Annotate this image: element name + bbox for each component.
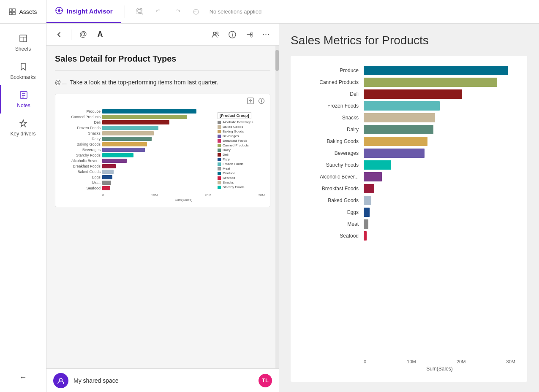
large-bar-row: Deli [302,89,515,99]
svg-rect-1 [13,9,15,11]
legend-swatch [218,135,221,138]
key-drivers-icon [19,119,28,129]
large-bar-fill [364,160,391,170]
chart-info-button[interactable] [258,97,265,106]
undo-button[interactable] [152,5,166,19]
insight-advisor-label: Insight Advisor [67,8,113,15]
mini-bar-label: Canned Products [60,115,101,119]
large-bar-row: Alcoholic Bever... [302,172,515,181]
large-bar-track [364,113,515,122]
assets-label: Assets [19,8,37,15]
large-bar-track [364,137,515,146]
legend-swatch [218,158,221,161]
mini-bar-label: Eggs [60,175,101,179]
sheets-label: Sheets [15,46,31,52]
mention-button[interactable]: @ [76,27,91,42]
notes-label: Notes [17,103,30,108]
export-chart-button[interactable] [247,97,254,106]
mini-chart-legend: [Product Group]Alcoholic BeveragesBaked … [214,109,265,192]
legend-swatch [218,139,221,143]
large-bar-row: Seafood [302,231,515,241]
large-bar-track [364,160,515,170]
topbar-separator [125,5,125,18]
more-button[interactable]: ··· [259,27,274,42]
format-button[interactable]: A [93,27,108,42]
legend-item: Produce [218,171,265,175]
legend-swatch [218,144,221,147]
redo-button[interactable] [171,5,184,19]
large-bar-fill [364,78,497,87]
large-bar-fill [364,196,371,205]
mini-bar-row: Alcoholic Bever... [60,159,214,163]
mention-chip [62,84,67,84]
large-bar-label: Alcoholic Bever... [302,174,364,180]
mini-bar-fill [102,137,152,141]
goto-button[interactable] [242,27,257,42]
mini-bar-track [102,131,214,135]
svg-point-26 [232,32,233,33]
mini-x-axis-label: 0 [102,193,104,197]
insight-icon [55,6,63,16]
main-layout: Sheets Bookmarks Notes [0,24,539,392]
sidebar-item-key-drivers[interactable]: Key drivers [0,114,46,142]
large-bar-track [364,125,515,134]
sidebar-item-bookmarks[interactable]: Bookmarks [0,57,46,85]
mini-bar-label: Baked Goods [60,170,101,174]
legend-item: Canned Products [218,143,265,147]
large-bar-row: Canned Products [302,78,515,87]
large-bar-fill [364,231,367,241]
legend-swatch [218,130,221,133]
right-panel-title: Sales Metrics for Products [291,34,527,47]
legend-item: Deli [218,153,265,157]
svg-point-34 [261,100,262,100]
legend-swatch [218,181,221,184]
large-bar-label: Frozen Foods [302,103,364,109]
sidebar-item-sheets[interactable]: Sheets [0,29,46,57]
mini-bar-fill [102,148,145,152]
lock-button[interactable] [189,5,203,19]
mini-bar-row: Beverages [60,148,214,152]
back-button[interactable] [52,27,67,42]
mini-bar-track [102,115,214,119]
mini-bar-label: Meat [60,181,101,185]
mini-bar-fill [102,126,158,130]
large-bar-label: Deli [302,91,364,97]
svg-rect-3 [13,12,15,15]
legend-swatch [218,176,221,180]
large-bar-row: Beverages [302,149,515,158]
legend-swatch [218,186,221,189]
sheets-icon [19,34,28,44]
large-bar-track [364,101,515,111]
legend-item-label: Deli [223,153,229,157]
assets-button[interactable]: Assets [0,0,46,23]
shared-space-footer: My shared space TL [46,368,279,392]
svg-rect-2 [9,12,12,15]
collapse-sidebar-button[interactable]: ← [16,370,30,385]
shared-space-icon [53,373,68,388]
legend-item-label: Meat [223,167,230,170]
large-bar-track [364,172,515,181]
at-symbol: @ [55,79,61,86]
legend-title: [Product Group] [218,112,251,119]
legend-item: Baked Goods [218,125,265,129]
large-bar-label: Meat [302,221,364,227]
sidebar-item-notes[interactable]: Notes [0,85,46,114]
legend-item: Snacks [218,181,265,184]
mini-bar-label: Produce [60,109,101,114]
scrollbar-track[interactable] [275,46,279,368]
people-button[interactable] [208,27,223,42]
scrollbar-thumb[interactable] [275,50,279,71]
mini-bar-fill [102,120,169,124]
large-bar-fill [364,184,374,193]
large-bar-row: Eggs [302,208,515,217]
legend-swatch [218,153,221,157]
large-bar-fill [364,172,382,181]
mini-bar-row: Baking Goods [60,142,214,146]
large-bar-row: Baked Goods [302,196,515,205]
mini-bar-label: Starchy Foods [60,153,101,157]
insight-advisor-tab[interactable]: Insight Advisor [46,0,121,23]
search-button[interactable] [133,5,147,19]
legend-item-label: Dairy [223,148,231,152]
mini-bar-row: Baked Goods [60,170,214,174]
info-button[interactable] [225,27,240,42]
